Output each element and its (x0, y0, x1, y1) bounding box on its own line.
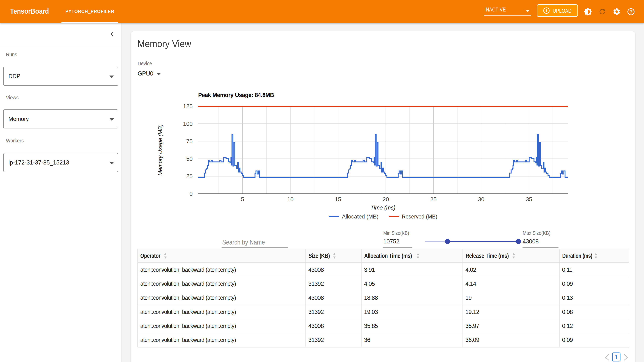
svg-text:5: 5 (241, 196, 244, 202)
svg-text:Reserved (MB): Reserved (MB) (402, 213, 437, 219)
svg-text:Peak Memory Usage: 84.8MB: Peak Memory Usage: 84.8MB (198, 92, 274, 98)
svg-text:125: 125 (183, 103, 192, 109)
svg-text:75: 75 (186, 138, 192, 144)
svg-text:50: 50 (186, 156, 192, 162)
svg-text:20: 20 (382, 196, 389, 202)
svg-text:Memory Usage (MB): Memory Usage (MB) (157, 124, 163, 176)
svg-text:30: 30 (478, 196, 484, 202)
svg-text:35: 35 (526, 196, 532, 202)
svg-text:15: 15 (335, 196, 341, 202)
svg-text:10: 10 (287, 196, 294, 202)
svg-text:25: 25 (186, 173, 192, 180)
svg-text:25: 25 (430, 196, 437, 202)
svg-text:Allocated (MB): Allocated (MB) (342, 213, 378, 220)
svg-text:0: 0 (190, 190, 192, 197)
svg-text:Time (ms): Time (ms) (370, 204, 395, 211)
svg-text:100: 100 (183, 121, 192, 127)
